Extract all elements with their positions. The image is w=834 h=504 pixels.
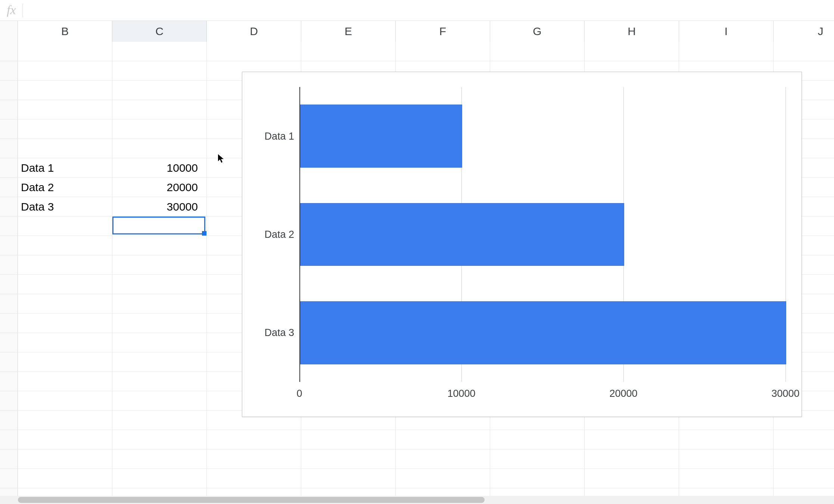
cell[interactable]: Data 2 (21, 178, 109, 197)
column-header-label: I (725, 25, 728, 37)
column-header-G[interactable]: G (490, 21, 585, 42)
grid-hline (0, 469, 834, 469)
cell[interactable]: 10000 (112, 158, 201, 178)
chart-category-label: Data 3 (246, 327, 294, 339)
column-header-label: D (250, 25, 258, 37)
column-header-E[interactable]: E (301, 21, 396, 42)
horizontal-scrollbar[interactable] (0, 496, 834, 504)
chart-category-label: Data 2 (246, 229, 294, 240)
column-headers: BCDEFGHIJ (0, 21, 834, 42)
column-header-B[interactable]: B (18, 21, 112, 42)
grid-hline (0, 61, 834, 61)
column-header-label: H (628, 25, 636, 37)
grid-hline (0, 488, 834, 488)
column-header-D[interactable]: D (207, 21, 301, 42)
horizontal-scrollbar-thumb[interactable] (18, 497, 485, 503)
column-header-label: B (61, 25, 69, 37)
cell[interactable]: Data 3 (21, 197, 109, 217)
column-header-H[interactable]: H (585, 21, 679, 42)
fx-icon: fx (7, 3, 16, 17)
select-all-corner[interactable] (0, 21, 18, 42)
cell[interactable]: Data 1 (21, 158, 109, 178)
grid-vline (206, 42, 207, 496)
column-header-C[interactable]: C (112, 21, 207, 42)
formula-bar-separator (22, 4, 23, 17)
cell[interactable]: 30000 (112, 197, 201, 217)
active-cell-selection (112, 217, 205, 234)
column-header-label: F (439, 25, 446, 37)
chart-x-tick-label: 20000 (609, 388, 637, 399)
column-header-label: E (345, 25, 352, 37)
chart[interactable]: 0100002000030000Data 1Data 2Data 3 (242, 72, 802, 417)
chart-x-tick-label: 10000 (447, 388, 475, 399)
chart-bar (300, 105, 462, 168)
column-header-I[interactable]: I (679, 21, 774, 42)
selection-fill-handle[interactable] (202, 231, 206, 236)
chart-x-tick-label: 30000 (771, 388, 799, 399)
chart-plot-area: 0100002000030000Data 1Data 2Data 3 (299, 87, 785, 382)
grid-hline (0, 430, 834, 430)
grid-hline (0, 449, 834, 449)
cell[interactable]: 20000 (112, 178, 201, 197)
chart-category-label: Data 1 (246, 130, 294, 142)
chart-bar (300, 301, 786, 364)
column-header-F[interactable]: F (396, 21, 490, 42)
chart-x-tick-label: 0 (296, 388, 302, 399)
chart-bar (300, 203, 624, 266)
row-number-gutter (0, 42, 18, 496)
formula-bar: fx (0, 0, 834, 21)
grid-vline (112, 42, 112, 496)
column-header-J[interactable]: J (774, 21, 834, 42)
column-header-label: G (533, 25, 541, 37)
column-header-label: C (155, 25, 164, 37)
column-header-label: J (818, 25, 824, 37)
